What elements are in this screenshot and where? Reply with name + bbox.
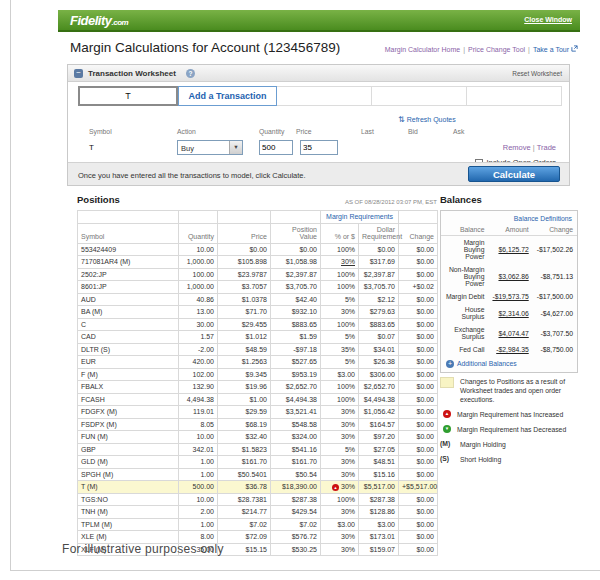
position-dollar-requirement: $48.51: [359, 456, 399, 469]
collapse-icon[interactable]: −: [74, 69, 83, 78]
col-quantity: Quantity: [259, 128, 284, 135]
position-symbol: T (M): [78, 481, 179, 494]
close-window-link[interactable]: Close Window: [524, 16, 572, 23]
position-requirement: 100%: [321, 493, 359, 506]
position-requirement[interactable]: 30%: [321, 256, 359, 269]
position-symbol[interactable]: FSDPX (M): [78, 418, 179, 431]
position-value: $4,494.38: [271, 393, 321, 406]
position-symbol[interactable]: TPLM (M): [78, 518, 179, 531]
position-symbol[interactable]: 8601:JP: [78, 281, 179, 294]
price-input[interactable]: [300, 140, 338, 155]
position-change: $0.00: [399, 406, 438, 419]
balance-label: Margin Debit: [441, 290, 488, 303]
position-price: $1.0378: [218, 293, 271, 306]
balance-amount-value[interactable]: -$19,573.75: [492, 293, 528, 300]
take-a-tour-link[interactable]: Take a Tour: [533, 46, 569, 53]
position-row: FBALX132.90$19.96$2,652.70100%$2,652.70$…: [78, 381, 438, 394]
position-row: FCASH4,494.38$1.00$4,494.38100%$4,494.38…: [78, 393, 438, 406]
calculate-button[interactable]: Calculate: [468, 166, 560, 182]
col-balance: Balance: [441, 224, 488, 236]
legend-item-margin-holding: (M) Margin Holding: [440, 440, 580, 449]
position-row: DLTR (S)-2.00$48.59-$97.1835%$34.01$0.00: [78, 343, 438, 356]
balance-amount-value[interactable]: $6,125.72: [498, 246, 528, 253]
legend-item-decrease: ▼ Margin Requirement has Decreased: [440, 425, 580, 434]
position-row: AUD40.86$1.0378$42.405%$2.12$0.00: [78, 293, 438, 306]
position-symbol[interactable]: F (M): [78, 368, 179, 381]
position-value: -$97.18: [271, 343, 321, 356]
position-symbol[interactable]: FDGFX (M): [78, 406, 179, 419]
position-symbol[interactable]: GLD (M): [78, 456, 179, 469]
additional-balances-link[interactable]: +Additional Balances: [441, 356, 577, 372]
position-value: $161.70: [271, 456, 321, 469]
position-row: FDGFX (M)119.01$29.59$3,521.4130%$1,056.…: [78, 406, 438, 419]
position-price: $161.70: [218, 456, 271, 469]
balance-label: Margin Buying Power: [441, 236, 488, 264]
refresh-icon: ⇅: [398, 115, 405, 124]
position-symbol[interactable]: SPGH (M): [78, 468, 179, 481]
quantity-input[interactable]: [259, 140, 293, 155]
position-requirement: 30%: [321, 543, 359, 556]
position-symbol[interactable]: DLTR (S): [78, 343, 179, 356]
position-quantity: 420.00: [179, 356, 218, 369]
help-icon[interactable]: ?: [186, 69, 195, 78]
logo-text: Fidelity: [70, 13, 112, 28]
position-change: $0.00: [399, 356, 438, 369]
position-symbol[interactable]: FCASH: [78, 393, 179, 406]
add-transaction-button[interactable]: Add a Transaction: [178, 86, 277, 106]
reset-worksheet-link[interactable]: Reset Worksheet: [512, 70, 562, 77]
action-dropdown[interactable]: Buy ▼: [177, 140, 243, 155]
row-action-links: Remove|Trade: [503, 143, 556, 152]
position-value: $576.72: [271, 531, 321, 544]
position-dollar-requirement: $2.12: [359, 293, 399, 306]
margin-calculator-home-link[interactable]: Margin Calculator Home: [385, 46, 460, 53]
position-symbol: GBP: [78, 443, 179, 456]
disclaimer-text: For illustrative purposes only: [62, 542, 224, 556]
position-symbol[interactable]: TGS:NO: [78, 493, 179, 506]
position-value: $1,058.98: [271, 256, 321, 269]
balance-label: Exchange Surplus: [441, 323, 488, 343]
remove-link[interactable]: Remove: [503, 143, 531, 152]
position-symbol[interactable]: BA (M): [78, 306, 179, 319]
position-dollar-requirement: $4,494.38: [359, 393, 399, 406]
balance-amount-value[interactable]: $3,062.86: [498, 273, 528, 280]
as-of-timestamp: AS OF 08/28/2012 03:07 PM, EST: [345, 199, 437, 205]
empty-header-cell: [218, 211, 271, 224]
position-dollar-requirement: $15.16: [359, 468, 399, 481]
position-value: $548.58: [271, 418, 321, 431]
symbol-entry-field[interactable]: T: [78, 86, 178, 106]
legend-text: Changes to Positions as a result of Work…: [460, 377, 580, 404]
balance-amount-value[interactable]: $4,074.47: [498, 330, 528, 337]
col-bid: Bid: [408, 128, 418, 135]
position-quantity: 40.86: [179, 293, 218, 306]
price-change-tool-link[interactable]: Price Change Tool: [468, 46, 525, 53]
position-value: $883.65: [271, 318, 321, 331]
position-row: C30.00$29.455$883.65100%$883.65$0.00: [78, 318, 438, 331]
logo-suffix: .com: [112, 18, 129, 27]
balance-amount-value[interactable]: $2,314.06: [498, 310, 528, 317]
trade-link[interactable]: Trade: [537, 143, 556, 152]
position-requirement: ▲30%: [321, 481, 359, 494]
title-links: Margin Calculator Home|Price Change Tool…: [385, 45, 578, 53]
balance-amount: $2,314.06: [488, 303, 532, 323]
empty-tab-cell: [277, 86, 372, 106]
empty-header-cell: [179, 211, 218, 224]
position-value: $7.02: [271, 518, 321, 531]
position-symbol[interactable]: TNH (M): [78, 506, 179, 519]
position-symbol[interactable]: 2502:JP: [78, 268, 179, 281]
refresh-quotes-link[interactable]: ⇅Refresh Quotes: [398, 115, 456, 124]
worksheet-footer: Once you have entered all the transactio…: [68, 162, 569, 185]
balance-amount-value[interactable]: -$2,984.35: [496, 346, 529, 353]
position-symbol[interactable]: FBALX: [78, 381, 179, 394]
position-requirement: 100%: [321, 281, 359, 294]
position-value: $1.59: [271, 331, 321, 344]
position-change: $0.00: [399, 506, 438, 519]
balance-label: House Surplus: [441, 303, 488, 323]
position-value: $0.00: [271, 243, 321, 256]
balance-definitions-link[interactable]: Balance Definitions: [441, 211, 577, 224]
position-symbol[interactable]: C: [78, 318, 179, 331]
positions-group-header-row: Margin Requirements: [78, 211, 438, 224]
position-change: $0.00: [399, 293, 438, 306]
worksheet-title: Transaction Worksheet: [88, 69, 176, 78]
position-symbol[interactable]: FUN (M): [78, 431, 179, 444]
position-quantity: 10.00: [179, 243, 218, 256]
